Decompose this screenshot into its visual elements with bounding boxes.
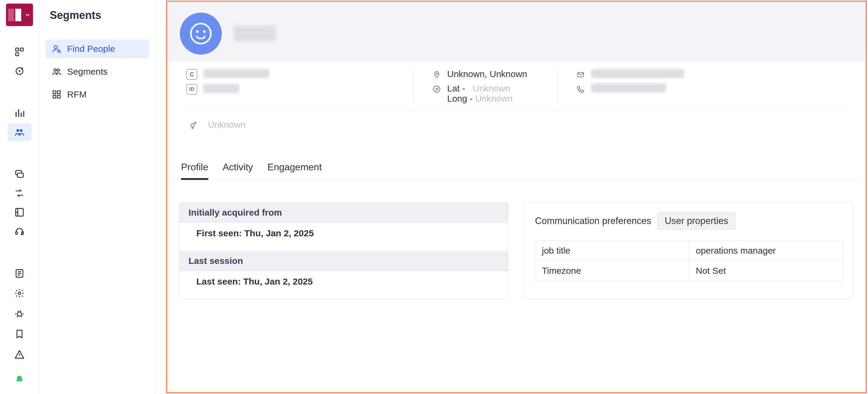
prop-key: job title — [535, 241, 689, 261]
first-seen-value: First seen: Thu, Jan 2, 2025 — [180, 223, 508, 244]
grid-icon — [52, 89, 62, 99]
acquired-header: Initially acquired from — [180, 203, 508, 223]
phone-icon — [576, 85, 585, 94]
profile-info-card: C ID Unknown, Unknown — [173, 61, 860, 139]
email-value-redacted — [591, 69, 684, 78]
svg-point-14 — [17, 312, 21, 316]
divider — [186, 112, 846, 112]
nav-label: Find People — [67, 44, 115, 54]
svg-rect-22 — [58, 95, 60, 98]
svg-rect-19 — [53, 91, 56, 94]
chevron-down-icon — [24, 12, 31, 18]
rail-messages-icon[interactable] — [7, 165, 31, 183]
svg-point-27 — [434, 86, 440, 92]
svg-point-6 — [20, 129, 23, 132]
svg-point-18 — [57, 69, 59, 71]
tab-profile[interactable]: Profile — [181, 162, 208, 180]
phone-value-redacted — [591, 83, 666, 92]
svg-point-17 — [54, 69, 56, 71]
svg-point-26 — [436, 73, 437, 74]
people-group-icon — [52, 67, 62, 77]
user-props-tab[interactable]: User properties — [657, 212, 736, 230]
long-value: Unknown — [475, 94, 513, 103]
svg-rect-0 — [16, 48, 19, 51]
person-search-icon — [52, 44, 62, 54]
sessions-panel: Initially acquired from First seen: Thu,… — [179, 203, 508, 300]
segments-sidebar: Segments Find People Segments RFM — [39, 0, 156, 394]
profile-header — [167, 2, 866, 61]
lat-value: Unknown — [473, 83, 510, 93]
gender-value: Unknown — [208, 120, 246, 130]
svg-rect-21 — [53, 95, 56, 98]
sidebar-title: Segments — [45, 9, 149, 22]
table-row: job title operations manager — [535, 241, 843, 261]
lat-label: Lat - — [447, 83, 465, 93]
location-pin-icon — [432, 70, 441, 79]
profile-tabs: Profile Activity Engagement — [167, 139, 866, 180]
last-session-header: Last session — [180, 251, 508, 271]
rail-settings-icon[interactable] — [7, 284, 31, 303]
rail-notifications-icon[interactable] — [7, 370, 31, 389]
svg-point-5 — [16, 129, 19, 132]
icon-rail — [0, 0, 39, 394]
svg-point-15 — [54, 46, 58, 49]
gender-icon — [189, 121, 198, 130]
svg-point-16 — [58, 50, 60, 52]
rail-support-icon[interactable] — [7, 223, 31, 241]
long-label: Long - — [447, 94, 473, 103]
svg-point-25 — [203, 30, 206, 33]
identity-icon: C — [186, 69, 197, 80]
rail-alerts-icon[interactable] — [7, 345, 31, 364]
rail-bookmark-icon[interactable] — [7, 325, 31, 344]
nav-label: RFM — [67, 89, 87, 99]
svg-point-29 — [191, 124, 194, 127]
prop-value: Not Set — [689, 261, 843, 281]
id-value-redacted — [203, 84, 239, 93]
tab-activity[interactable]: Activity — [223, 162, 253, 180]
prop-value: operations manager — [689, 241, 843, 261]
svg-rect-2 — [16, 53, 19, 56]
svg-point-23 — [191, 24, 211, 44]
rail-debug-icon[interactable] — [7, 304, 31, 323]
nav-rfm[interactable]: RFM — [45, 85, 149, 104]
profile-name-redacted — [234, 26, 276, 42]
svg-rect-10 — [16, 232, 18, 235]
rail-relays-icon[interactable] — [7, 203, 31, 221]
rail-journeys-icon[interactable] — [7, 184, 31, 202]
nav-label: Segments — [67, 67, 107, 77]
properties-panel: Communication preferences User propertie… — [525, 203, 854, 300]
svg-point-4 — [19, 70, 20, 72]
email-icon — [576, 70, 585, 79]
profile-detail-panel: C ID Unknown, Unknown — [166, 1, 867, 393]
identity-value-redacted — [203, 69, 269, 78]
app-switcher[interactable] — [6, 4, 33, 26]
comm-pref-tab[interactable]: Communication preferences — [535, 216, 651, 226]
svg-point-13 — [18, 292, 21, 295]
svg-rect-20 — [58, 91, 60, 94]
tab-engagement[interactable]: Engagement — [267, 162, 321, 180]
rail-segments-icon[interactable] — [7, 123, 31, 141]
svg-rect-8 — [17, 173, 23, 177]
nav-segments[interactable]: Segments — [45, 62, 149, 81]
nav-find-people[interactable]: Find People — [45, 39, 149, 58]
location-value: Unknown, Unknown — [447, 69, 527, 79]
prop-key: Timezone — [535, 261, 689, 281]
rail-content-icon[interactable] — [7, 265, 31, 282]
avatar — [180, 12, 222, 55]
compass-icon — [432, 85, 441, 94]
svg-rect-1 — [20, 48, 23, 51]
rail-boards-icon[interactable] — [7, 43, 31, 61]
rail-analytics-icon[interactable] — [7, 104, 31, 122]
svg-point-24 — [196, 30, 199, 33]
id-icon: ID — [186, 84, 197, 95]
user-properties-table: job title operations manager Timezone No… — [535, 240, 843, 281]
last-seen-value: Last seen: Thu, Jan 2, 2025 — [180, 271, 508, 292]
smile-icon — [189, 22, 213, 46]
rail-target-icon[interactable] — [7, 62, 31, 80]
table-row: Timezone Not Set — [535, 261, 843, 281]
